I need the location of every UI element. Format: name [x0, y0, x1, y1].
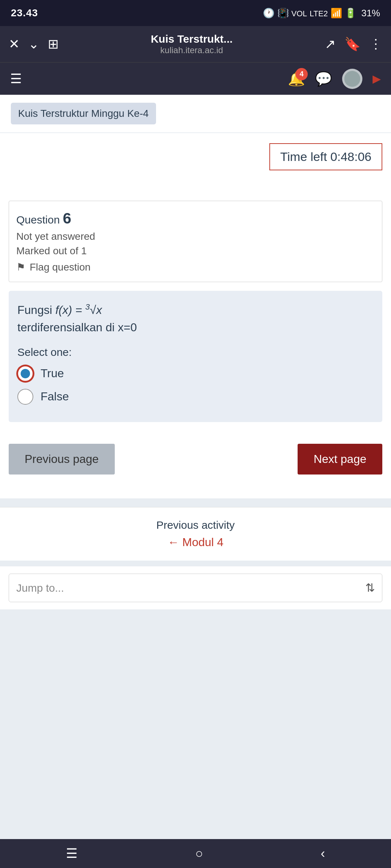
radio-false-button[interactable]	[17, 389, 33, 405]
status-icons: 🕐 📳 VOL LTE2 📶 🔋	[263, 8, 356, 19]
bookmark-icon[interactable]: 🔖	[344, 37, 361, 52]
browser-url: Kuis Terstrukt... kuliah.itera.ac.id	[67, 33, 316, 55]
question-text-prefix: Fungsi	[17, 303, 52, 316]
header-right-icons: 🔔 4 💬 ▶	[288, 69, 381, 89]
previous-activity-link[interactable]: ← Modul 4	[9, 536, 382, 549]
jump-to-select[interactable]: Jump to...	[9, 574, 382, 602]
dropdown-arrow-icon[interactable]: ▶	[373, 72, 381, 85]
question-marks: Marked out of 1	[16, 245, 375, 257]
previous-activity-label: Previous activity	[9, 519, 382, 531]
share-icon[interactable]: ↗	[325, 37, 336, 52]
tabs-icon[interactable]: ⊞	[48, 37, 59, 52]
notification-bell[interactable]: 🔔 4	[288, 71, 305, 87]
question-text-suffix: terdiferensialkan di x=0	[17, 321, 137, 334]
option-false[interactable]: False	[17, 389, 374, 405]
option-true[interactable]: True	[17, 366, 374, 382]
status-time: 23.43	[11, 7, 38, 19]
page-title: Kuis Terstrukt...	[67, 33, 316, 45]
previous-page-button[interactable]: Previous page	[9, 444, 115, 475]
notification-badge: 4	[295, 68, 308, 80]
status-right: 🕐 📳 VOL LTE2 📶 🔋 31%	[263, 8, 380, 19]
flag-question-label: Flag question	[30, 261, 91, 273]
timer-container: Time left 0:48:06	[9, 143, 382, 179]
flag-question-button[interactable]: ⚑ Flag question	[16, 261, 375, 273]
quiz-banner: Kuis Terstruktur Minggu Ke-4	[0, 95, 391, 132]
main-content: Time left 0:48:06 Question 6 Not yet ans…	[0, 133, 391, 498]
radio-true-button[interactable]	[17, 366, 33, 382]
question-number: Question 6	[16, 210, 375, 227]
status-bar: 23.43 🕐 📳 VOL LTE2 📶 🔋 31%	[0, 0, 391, 26]
more-options-icon[interactable]: ⋮	[369, 37, 382, 52]
select-one-label: Select one:	[17, 346, 374, 358]
previous-activity-section: Previous activity ← Modul 4	[0, 507, 391, 561]
chevron-down-icon[interactable]: ⌄	[28, 37, 39, 52]
question-body: Fungsi f(x) = 3√x terdiferensialkan di x…	[9, 291, 382, 422]
option-true-label: True	[41, 367, 64, 380]
app-header: ☰ 🔔 4 💬 ▶	[0, 62, 391, 95]
battery-level: 31%	[361, 8, 380, 19]
question-info-box: Question 6 Not yet answered Marked out o…	[9, 201, 382, 282]
timer-box: Time left 0:48:06	[269, 143, 382, 170]
close-icon[interactable]: ✕	[9, 37, 20, 52]
browser-toolbar: ✕ ⌄ ⊞ Kuis Terstrukt... kuliah.itera.ac.…	[0, 26, 391, 62]
quiz-title: Kuis Terstruktur Minggu Ke-4	[11, 103, 156, 124]
question-status: Not yet answered	[16, 231, 375, 242]
flag-icon: ⚑	[16, 261, 25, 273]
option-false-label: False	[41, 390, 69, 403]
navigation-buttons: Previous page Next page	[9, 437, 382, 482]
radio-true-inner	[21, 369, 30, 378]
hamburger-menu-icon[interactable]: ☰	[10, 71, 22, 86]
chat-icon[interactable]: 💬	[315, 71, 332, 87]
domain: kuliah.itera.ac.id	[67, 45, 316, 55]
next-page-button[interactable]: Next page	[298, 444, 382, 475]
question-text: Fungsi f(x) = 3√x terdiferensialkan di x…	[17, 301, 374, 336]
avatar-image	[344, 71, 360, 87]
avatar[interactable]	[342, 69, 362, 89]
math-formula: f(x) = 3√x	[55, 303, 102, 316]
jump-to-section: Jump to... ⇅	[0, 566, 391, 609]
toolbar-right-icons: ↗ 🔖 ⋮	[325, 37, 382, 52]
jump-to-wrapper: Jump to... ⇅	[9, 574, 382, 602]
